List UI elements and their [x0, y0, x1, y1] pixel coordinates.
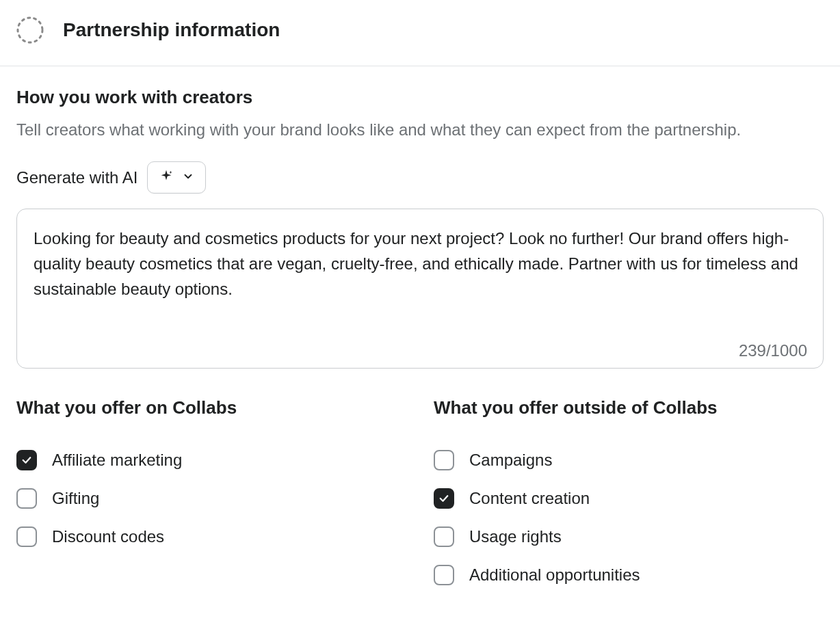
offers-columns: What you offer on Collabs Affiliate mark… [16, 397, 824, 603]
svg-point-0 [18, 18, 42, 42]
offers-on-heading: What you offer on Collabs [16, 397, 406, 418]
offers-outside-item-checkbox[interactable] [434, 565, 454, 585]
offers-on-item-row[interactable]: Affiliate marketing [16, 450, 406, 470]
offers-outside-item-checkbox[interactable] [434, 488, 454, 509]
char-counter: 239/1000 [739, 341, 807, 360]
offers-outside-item-label: Usage rights [469, 527, 562, 546]
offers-on-column: What you offer on Collabs Affiliate mark… [16, 397, 406, 603]
offers-on-list: Affiliate marketingGiftingDiscount codes [16, 450, 406, 547]
description-textarea[interactable] [16, 209, 824, 369]
offers-on-item-checkbox[interactable] [16, 526, 37, 547]
offers-on-item-label: Affiliate marketing [52, 451, 182, 470]
section-description: Tell creators what working with your bra… [16, 118, 769, 142]
section-heading: How you work with creators [16, 87, 824, 108]
offers-outside-heading: What you offer outside of Collabs [434, 397, 824, 418]
generate-ai-button[interactable] [147, 161, 206, 194]
offers-outside-item-label: Additional opportunities [469, 565, 640, 585]
sparkle-icon [159, 169, 174, 186]
generate-label: Generate with AI [16, 168, 137, 187]
offers-on-item-row[interactable]: Discount codes [16, 526, 406, 547]
offers-outside-item-label: Campaigns [469, 451, 552, 470]
offers-outside-item-row[interactable]: Additional opportunities [434, 565, 824, 585]
offers-outside-item-checkbox[interactable] [434, 450, 454, 470]
page-header: Partnership information [0, 0, 840, 66]
content-area: How you work with creators Tell creators… [0, 66, 840, 619]
offers-on-item-checkbox[interactable] [16, 488, 37, 509]
offers-outside-item-row[interactable]: Campaigns [434, 450, 824, 470]
offers-outside-item-label: Content creation [469, 489, 590, 508]
generate-row: Generate with AI [16, 161, 824, 194]
offers-outside-item-row[interactable]: Content creation [434, 488, 824, 509]
description-textarea-wrap: 239/1000 [16, 209, 824, 371]
page-title: Partnership information [63, 19, 280, 41]
offers-outside-list: CampaignsContent creationUsage rightsAdd… [434, 450, 824, 585]
offers-outside-item-checkbox[interactable] [434, 526, 454, 547]
chevron-down-icon [182, 170, 194, 185]
status-icon [16, 16, 44, 44]
offers-outside-column: What you offer outside of Collabs Campai… [434, 397, 824, 603]
offers-on-item-row[interactable]: Gifting [16, 488, 406, 509]
offers-on-item-label: Discount codes [52, 527, 164, 546]
offers-on-item-label: Gifting [52, 489, 99, 508]
offers-outside-item-row[interactable]: Usage rights [434, 526, 824, 547]
offers-on-item-checkbox[interactable] [16, 450, 37, 470]
